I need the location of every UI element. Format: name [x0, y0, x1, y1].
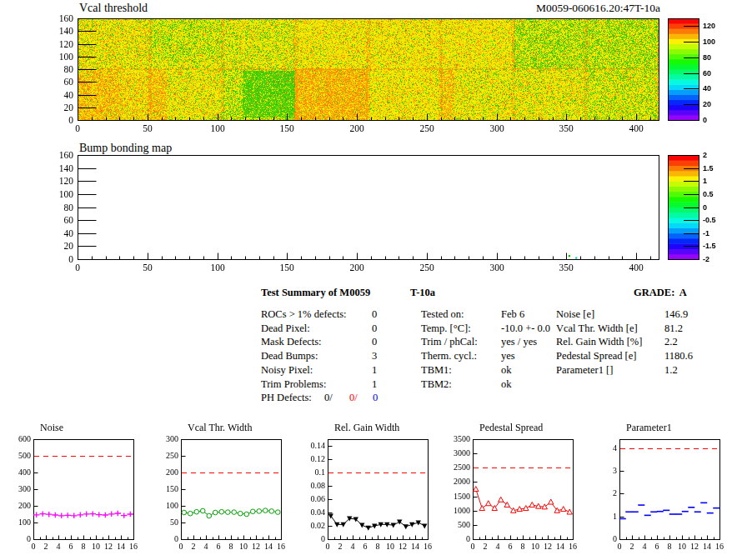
defect-label: Dead Pixel: — [261, 322, 310, 334]
ph-defects-value: 0 — [373, 392, 378, 403]
parameter1-plot-canvas — [586, 421, 740, 554]
result-value: 81.2 — [664, 322, 683, 334]
noise-plot-title: Noise — [40, 422, 63, 432]
condition-label: Temp. [°C]: — [421, 322, 471, 334]
vcal-width-plot-canvas — [148, 421, 302, 554]
condition-value: ok — [501, 364, 512, 376]
defect-value: 1 — [372, 364, 377, 376]
condition-label: Therm. cycl.: — [421, 350, 477, 362]
defect-value: 0 — [372, 308, 377, 320]
gain-width-plot-title: Rel. Gain Width — [334, 422, 399, 432]
pedestal-plot-title: Pedestal Spread — [479, 422, 543, 432]
grade-label: GRADE: A — [634, 287, 687, 298]
defect-label: Dead Bumps: — [261, 350, 318, 362]
result-label: Noise [e] — [556, 308, 594, 320]
condition-value: yes — [501, 350, 515, 362]
ph-defects-value: 0/ — [349, 392, 358, 403]
summary-title: Test Summary of M0059 — [261, 287, 370, 298]
gain-width-plot-panel: Rel. Gain Width — [294, 421, 449, 554]
vcal-threshold-heatmap — [0, 0, 747, 142]
condition-label: Tested on: — [421, 308, 464, 320]
result-label: Rel. Gain Width [%] — [556, 336, 642, 348]
result-label: Vcal Thr. Width [e] — [556, 322, 638, 334]
condition-value: yes / yes — [501, 336, 537, 348]
condition-label: TBM1: — [421, 364, 452, 376]
noise-plot-canvas — [0, 421, 154, 554]
defect-value: 1 — [372, 378, 377, 390]
condition-label: TBM2: — [421, 378, 452, 390]
result-value: 1.2 — [664, 364, 678, 376]
defect-value: 3 — [372, 350, 377, 362]
defect-label: Noisy Pixel: — [261, 364, 313, 376]
result-label: Pedestal Spread [e] — [556, 350, 637, 362]
noise-plot-panel: Noise — [0, 421, 154, 554]
result-label: Parameter1 [] — [556, 364, 613, 376]
condition-value: Feb 6 — [501, 308, 524, 320]
vcal-width-plot-panel: Vcal Thr. Width — [148, 421, 302, 554]
module-test-report: Vcal threshold M0059-060616.20:47T-10a B… — [0, 0, 747, 560]
vcal-width-plot-title: Vcal Thr. Width — [188, 422, 252, 432]
defect-value: 0 — [372, 322, 377, 334]
result-value: 146.9 — [664, 308, 688, 320]
ph-defects-label: PH Defects: — [261, 392, 312, 403]
parameter1-plot-panel: Parameter1 — [586, 421, 740, 554]
result-value: 1180.6 — [664, 350, 693, 362]
parameter1-plot-title: Parameter1 — [626, 422, 672, 432]
defect-value: 0 — [372, 336, 377, 348]
result-value: 2.2 — [664, 336, 678, 348]
ph-defects-value: 0/ — [324, 392, 333, 403]
condition-label: Trim / phCal: — [421, 336, 478, 348]
defect-label: Mask Defects: — [261, 336, 322, 348]
bump-bonding-map — [0, 142, 747, 275]
pedestal-plot-panel: Pedestal Spread — [439, 421, 594, 554]
summary-subtitle: T-10a — [410, 287, 435, 298]
pedestal-plot-canvas — [439, 421, 594, 554]
defect-label: Trim Problems: — [261, 378, 326, 390]
gain-width-plot-canvas — [294, 421, 449, 554]
defect-label: ROCs > 1% defects: — [261, 308, 347, 320]
condition-value: ok — [501, 378, 512, 390]
condition-value: -10.0 +- 0.0 — [501, 322, 550, 334]
